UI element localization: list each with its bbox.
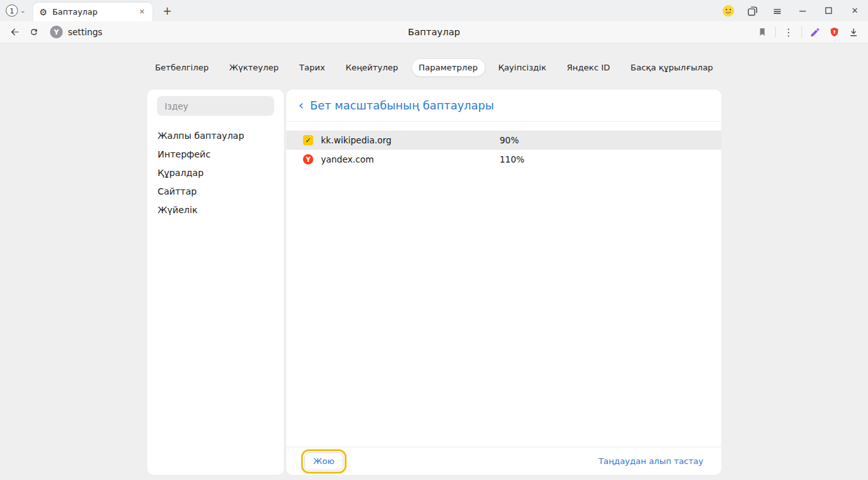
site-name: yandex.com — [321, 154, 500, 164]
sidebar-items: Жалпы баптаулар Интерфейс Құралдар Сайтт… — [147, 126, 284, 219]
tab-bar: 1 ⌄ ⚙ Баптаулар ✕ + — [0, 0, 868, 21]
delete-button[interactable]: Жою — [304, 452, 343, 470]
site-favicon: Y — [50, 26, 63, 38]
reload-button[interactable] — [24, 22, 44, 42]
nav-tab-other-devices[interactable]: Басқа құрылғылар — [623, 58, 721, 77]
menu-icon[interactable]: ≡ — [765, 0, 789, 21]
tab-count-badge: 1 — [6, 4, 18, 17]
addressbar-actions: ⋮ — [753, 22, 863, 42]
titlebar-actions: ≡ ✕ — [716, 0, 868, 21]
panel-header: ‹ Бет масштабының баптаулары — [286, 90, 721, 122]
nav-tab-security[interactable]: Қауіпсіздік — [491, 58, 554, 77]
tab-title: Баптаулар — [53, 7, 132, 17]
sidebar-item-general[interactable]: Жалпы баптаулар — [147, 126, 284, 145]
address-bar: Y settings Баптаулар ⋮ — [0, 21, 868, 44]
protect-shield-icon[interactable] — [824, 22, 844, 42]
site-name: kk.wikipedia.org — [321, 135, 500, 145]
row-checkbox-wrap: ✓ — [303, 135, 313, 145]
nav-tab-bookmarks[interactable]: Бетбелгілер — [147, 58, 217, 77]
settings-page: Бетбелгілер Жүктеулер Тарих Кеңейтулер П… — [0, 44, 868, 480]
browser-tab-settings[interactable]: ⚙ Баптаулар ✕ — [33, 3, 152, 21]
divider — [775, 27, 776, 37]
back-chevron-icon[interactable]: ‹ — [299, 99, 304, 113]
settings-sidebar: Жалпы баптаулар Интерфейс Құралдар Сайтт… — [147, 90, 284, 475]
pen-icon[interactable] — [805, 22, 824, 42]
settings-nav: Бетбелгілер Жүктеулер Тарих Кеңейтулер П… — [0, 44, 868, 77]
yandex-favicon-icon: Y — [303, 154, 313, 164]
row-favicon-wrap: Y — [303, 154, 313, 164]
nav-tab-settings[interactable]: Параметрлер — [411, 58, 486, 77]
browser-window: 1 ⌄ ⚙ Баптаулар ✕ + — [0, 0, 868, 480]
minimize-button[interactable] — [789, 0, 815, 21]
zoom-value: 110% — [500, 154, 525, 164]
sidebar-item-tools[interactable]: Құралдар — [147, 163, 284, 182]
rewards-icon[interactable] — [716, 0, 741, 21]
divider — [801, 27, 802, 37]
tab-close-icon[interactable]: ✕ — [137, 6, 147, 17]
sidebar-item-interface[interactable]: Интерфейс — [147, 145, 284, 163]
site-zoom-list: ✓ kk.wikipedia.org 90% Y yandex.com 110% — [286, 131, 721, 169]
back-button[interactable] — [5, 22, 24, 42]
tab-counter[interactable]: 1 ⌄ — [6, 4, 26, 17]
sidebar-item-system[interactable]: Жүйелік — [147, 200, 284, 219]
maximize-button[interactable] — [815, 0, 842, 21]
site-row-yandex[interactable]: Y yandex.com 110% — [286, 150, 721, 169]
nav-tab-downloads[interactable]: Жүктеулер — [222, 58, 286, 77]
new-tab-button[interactable]: + — [159, 3, 176, 19]
zoom-value: 90% — [500, 135, 519, 145]
deselect-link[interactable]: Таңдаудан алып тастау — [598, 456, 703, 466]
zoom-settings-panel: ‹ Бет масштабының баптаулары ✓ kk.wikipe… — [286, 90, 721, 475]
site-identity-chip[interactable]: Y settings — [50, 26, 102, 38]
site-row-wikipedia[interactable]: ✓ kk.wikipedia.org 90% — [286, 131, 721, 150]
page-title: Баптаулар — [408, 27, 461, 37]
panel-footer: Жою Таңдаудан алып тастау — [286, 447, 721, 475]
chevron-down-icon: ⌄ — [20, 7, 26, 14]
download-icon[interactable] — [844, 22, 863, 42]
close-button[interactable]: ✕ — [842, 0, 868, 21]
gear-icon: ⚙ — [39, 8, 47, 17]
tab-panel-icon[interactable] — [741, 0, 765, 21]
nav-tab-extensions[interactable]: Кеңейтулер — [338, 58, 405, 77]
url-text: settings — [68, 27, 102, 37]
checkbox-checked-icon[interactable]: ✓ — [303, 135, 313, 145]
sidebar-item-sites[interactable]: Сайттар — [147, 182, 284, 200]
nav-tab-yandex-id[interactable]: Яндекс ID — [559, 58, 618, 77]
search-input[interactable] — [157, 96, 274, 116]
bookmark-icon[interactable] — [753, 22, 772, 42]
panel-title: Бет масштабының баптаулары — [310, 99, 494, 112]
more-menu-icon[interactable]: ⋮ — [779, 22, 798, 42]
nav-tab-history[interactable]: Тарих — [291, 58, 332, 77]
